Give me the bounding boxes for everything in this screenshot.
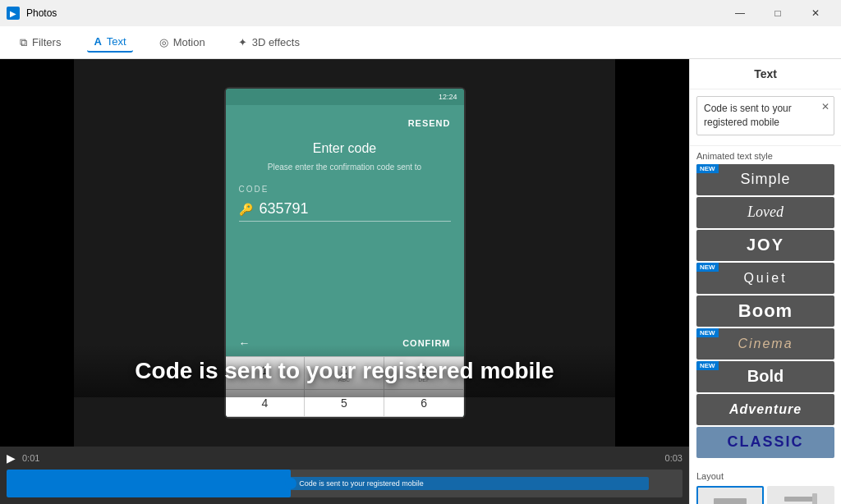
layout-icon-2 xyxy=(781,490,820,504)
phone-body: RESEND Enter code Please enter the confi… xyxy=(226,105,464,330)
style-item-cinema[interactable]: NEW Cinema xyxy=(696,328,834,360)
timeline-text-marker[interactable]: Code is sent to your registered mobile xyxy=(74,477,649,490)
style-item-simple[interactable]: NEW Simple xyxy=(696,164,834,195)
text-label: Text xyxy=(107,35,126,48)
animated-text-style-label: Animated text style xyxy=(690,146,841,164)
style-item-classic[interactable]: CLASSIC xyxy=(696,427,834,458)
style-label-cinema: Cinema xyxy=(738,337,793,351)
layout-option-1[interactable] xyxy=(696,486,764,504)
toolbar-item-3deffects[interactable]: ✦ 3D effects xyxy=(232,33,306,52)
video-canvas: 12:24 RESEND Enter code Please enter the… xyxy=(0,59,689,447)
style-label-loved: Loved xyxy=(747,204,784,221)
timeline-track[interactable]: Code is sent to your registered mobile xyxy=(7,470,682,497)
new-badge-bold: NEW xyxy=(696,361,719,370)
right-panel: Text ✕ Animated text style NEW Simple Lo… xyxy=(689,59,841,504)
minimize-button[interactable]: — xyxy=(721,0,759,26)
maximize-button[interactable]: □ xyxy=(759,0,797,26)
close-button[interactable]: ✕ xyxy=(797,0,834,26)
toolbar: ⧉ Filters A Text ◎ Motion ✦ 3D effects xyxy=(0,26,841,59)
style-label-quiet: Quiet xyxy=(743,271,787,286)
toolbar-item-filters[interactable]: ⧉ Filters xyxy=(13,33,67,53)
enter-code-title: Enter code xyxy=(313,141,376,156)
timeline-left: ▶ 0:01 xyxy=(7,451,39,465)
clear-text-button[interactable]: ✕ xyxy=(821,101,830,112)
code-label: CODE xyxy=(239,185,269,194)
motion-icon: ◎ xyxy=(159,36,168,48)
current-time: 0:01 xyxy=(22,453,39,463)
layout-grid xyxy=(696,486,834,504)
phone-status-bar: 12:24 xyxy=(226,89,464,105)
title-bar-left: ▶ Photos xyxy=(7,7,57,20)
video-area: 12:24 RESEND Enter code Please enter the… xyxy=(0,59,689,504)
text-icon: A xyxy=(94,35,101,48)
filters-icon: ⧉ xyxy=(20,36,27,49)
toolbar-item-text[interactable]: A Text xyxy=(87,32,132,53)
panel-title: Text xyxy=(690,59,841,89)
svg-rect-0 xyxy=(714,498,747,504)
style-label-simple: Simple xyxy=(740,171,790,188)
code-value: 635791 xyxy=(260,200,309,218)
style-item-loved[interactable]: Loved xyxy=(696,197,834,228)
layout-section: Layout xyxy=(690,465,841,504)
timeline: ▶ 0:01 0:03 Code is sent to your registe… xyxy=(0,447,689,504)
timeline-playhead[interactable] xyxy=(285,478,296,489)
timeline-controls: ▶ 0:01 0:03 xyxy=(7,450,682,466)
main-content: 12:24 RESEND Enter code Please enter the… xyxy=(0,59,841,504)
motion-label: Motion xyxy=(173,36,205,48)
app-title: Photos xyxy=(26,7,57,19)
key-icon: 🔑 xyxy=(239,203,253,216)
style-label-joy: JOY xyxy=(747,236,784,254)
filters-label: Filters xyxy=(32,36,61,48)
layout-icon-1 xyxy=(710,490,750,504)
style-item-bold[interactable]: NEW Bold xyxy=(696,361,834,392)
timeline-marker-label: Code is sent to your registered mobile xyxy=(299,479,424,488)
svg-rect-1 xyxy=(784,497,814,502)
layout-label: Layout xyxy=(696,471,834,481)
style-item-boom[interactable]: Boom xyxy=(696,296,834,327)
3deffects-label: 3D effects xyxy=(252,36,300,48)
new-badge-cinema: NEW xyxy=(696,328,719,337)
code-input-row: 🔑 635791 xyxy=(239,200,451,222)
video-overlay-text: Code is sent to your registered mobile xyxy=(0,345,689,397)
style-item-joy[interactable]: JOY xyxy=(696,230,834,261)
style-label-boom: Boom xyxy=(738,300,793,322)
style-list: NEW Simple Loved JOY NEW Quiet Boom NEW xyxy=(690,164,841,465)
new-badge-simple: NEW xyxy=(696,164,719,173)
style-item-adventure[interactable]: Adventure xyxy=(696,394,834,425)
title-bar: ▶ Photos — □ ✕ xyxy=(0,0,841,26)
style-label-adventure: Adventure xyxy=(729,402,802,417)
text-input-area: ✕ xyxy=(690,89,841,146)
app-icon: ▶ xyxy=(7,7,20,20)
style-label-classic: CLASSIC xyxy=(727,433,803,451)
total-time: 0:03 xyxy=(665,453,682,463)
enter-code-subtitle: Please enter the confirmation code sent … xyxy=(268,163,421,172)
resend-button: RESEND xyxy=(408,118,451,128)
style-label-bold: Bold xyxy=(747,367,784,386)
toolbar-item-motion[interactable]: ◎ Motion xyxy=(153,33,212,52)
layout-option-2[interactable] xyxy=(767,486,834,504)
text-input-field[interactable] xyxy=(696,96,834,135)
style-item-quiet[interactable]: NEW Quiet xyxy=(696,263,834,294)
svg-rect-2 xyxy=(812,493,817,504)
new-badge-quiet: NEW xyxy=(696,263,719,272)
3deffects-icon: ✦ xyxy=(238,36,247,48)
status-time: 12:24 xyxy=(439,93,457,101)
window-controls[interactable]: — □ ✕ xyxy=(721,0,834,26)
play-button[interactable]: ▶ xyxy=(7,451,16,465)
